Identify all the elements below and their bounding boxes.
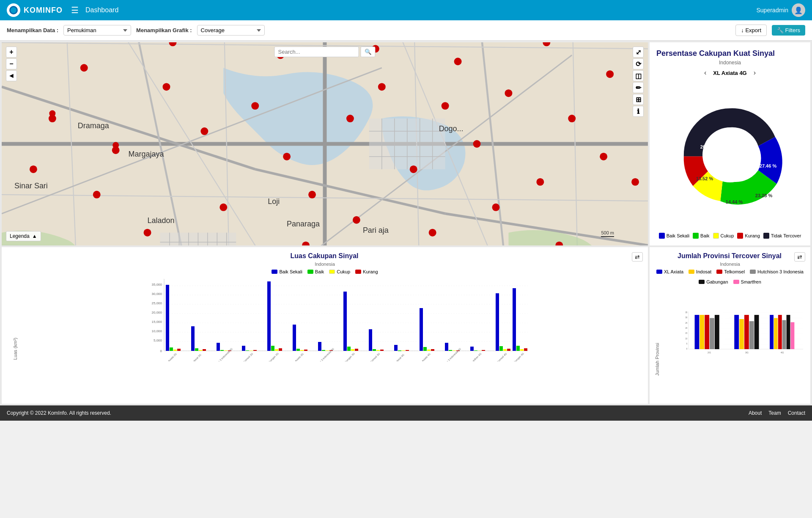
svg-rect-165 bbox=[402, 350, 405, 351]
svg-rect-121 bbox=[177, 349, 181, 351]
svg-rect-140 bbox=[275, 349, 278, 351]
zoom-in-button[interactable]: + bbox=[6, 47, 17, 58]
bottom-left-panel: Luas Cakupan Sinyal ⇄ Indonesia Baik Sek… bbox=[2, 247, 648, 404]
svg-rect-148 bbox=[318, 342, 321, 351]
svg-rect-141 bbox=[279, 348, 282, 351]
graph-filter-label: Menampilkan Grafik : bbox=[136, 27, 192, 33]
svg-text:13.52 %: 13.52 % bbox=[696, 176, 713, 181]
bar-chart-left-legend: Baik Sekali Baik Cukup Kurang bbox=[7, 269, 643, 274]
back-button[interactable]: ◄ bbox=[6, 70, 17, 81]
svg-rect-160 bbox=[376, 350, 380, 351]
svg-rect-189 bbox=[516, 346, 520, 351]
refresh-button[interactable]: ⟳ bbox=[633, 58, 644, 69]
svg-rect-218 bbox=[744, 315, 749, 349]
data-filter-label: Menampilkan Data : bbox=[7, 27, 58, 33]
svg-point-53 bbox=[442, 102, 449, 110]
svg-text:Sinar Sari: Sinar Sari bbox=[14, 182, 48, 190]
svg-rect-145 bbox=[300, 350, 304, 351]
svg-rect-190 bbox=[520, 349, 524, 351]
legend-rect-gabungan bbox=[699, 280, 705, 284]
legend-rect-indosat bbox=[689, 270, 694, 274]
svg-text:Telkomsel 4G: Telkomsel 4G bbox=[495, 352, 508, 361]
legend-toggle-icon: ▲ bbox=[32, 233, 37, 239]
bar-chart-left-export[interactable]: ⇄ bbox=[632, 252, 643, 262]
svg-rect-119 bbox=[170, 347, 173, 351]
graph-filter-select[interactable]: Coverage Signal Strength bbox=[197, 25, 265, 36]
svg-text:XL Axiata 2G: XL Axiata 2G bbox=[165, 353, 177, 361]
legend-text-smartfren: Smartfren bbox=[741, 279, 761, 284]
pie-nav: ‹ XL Axiata 4G › bbox=[656, 69, 804, 77]
map-search-input[interactable] bbox=[274, 47, 359, 57]
layers-button[interactable]: ◫ bbox=[633, 70, 644, 81]
map-search-button[interactable]: 🔍 bbox=[361, 47, 376, 57]
svg-rect-161 bbox=[380, 350, 384, 351]
svg-rect-135 bbox=[250, 351, 253, 351]
svg-rect-150 bbox=[326, 350, 329, 351]
team-link[interactable]: Team bbox=[768, 410, 781, 416]
pie-next-button[interactable]: › bbox=[754, 69, 756, 77]
legend-cukup: Cukup bbox=[713, 233, 734, 239]
fullscreen-button[interactable]: ⤢ bbox=[633, 47, 644, 58]
draw-button[interactable]: ✏ bbox=[633, 82, 644, 93]
footer: Copyright © 2022 KomInfo. All rights res… bbox=[0, 405, 812, 421]
svg-rect-164 bbox=[398, 350, 401, 351]
legend-baik-label: Baik bbox=[700, 233, 709, 238]
svg-text:10,000: 10,000 bbox=[152, 329, 162, 333]
legend-kurang: Kurang bbox=[737, 233, 760, 239]
pie-chart-subtitle: Indonesia bbox=[656, 60, 804, 66]
svg-text:Margajaya: Margajaya bbox=[129, 150, 164, 158]
legend-kurang-dot bbox=[737, 233, 743, 239]
svg-text:Panaraga: Panaraga bbox=[287, 220, 320, 228]
svg-rect-183 bbox=[496, 293, 499, 351]
svg-rect-171 bbox=[431, 349, 434, 351]
svg-text:Hutchison 3 Indonesia 2G: Hutchison 3 Indonesia 2G bbox=[211, 347, 233, 361]
svg-rect-133 bbox=[242, 346, 245, 351]
bottom-right-panel: Jumlah Provinsi Tercover Sinyal ⇄ Indone… bbox=[650, 247, 810, 404]
legend-text-hutchison: Hutchison 3 Indonesia bbox=[757, 269, 804, 274]
about-link[interactable]: About bbox=[749, 410, 762, 416]
svg-rect-216 bbox=[734, 315, 739, 349]
bar-chart-right-export[interactable]: ⇄ bbox=[794, 252, 805, 262]
svg-rect-138 bbox=[267, 281, 271, 351]
svg-rect-123 bbox=[191, 326, 195, 351]
svg-rect-175 bbox=[453, 350, 456, 351]
map-zoom-controls: + − ◄ bbox=[6, 47, 17, 81]
map-legend[interactable]: Legenda ▲ bbox=[6, 231, 41, 241]
filters-button[interactable]: 🔧 Filters bbox=[772, 25, 805, 36]
svg-text:Loji: Loji bbox=[268, 197, 280, 206]
zoom-out-button[interactable]: − bbox=[6, 58, 17, 69]
legend-item-indosat: Indosat bbox=[689, 269, 711, 274]
svg-point-46 bbox=[200, 127, 208, 135]
data-filter-select[interactable]: Pemukiman Semua bbox=[63, 25, 131, 36]
header: KOMINFO ☰ Dashboard Superadmin 👤 bbox=[0, 0, 812, 20]
svg-rect-125 bbox=[199, 350, 202, 351]
legend-rect-baik bbox=[307, 270, 313, 274]
svg-text:30: 30 bbox=[685, 317, 687, 319]
svg-text:Gabungan 4G: Gabungan 4G bbox=[511, 352, 524, 361]
svg-rect-186 bbox=[507, 349, 510, 351]
svg-text:14.44 %: 14.44 % bbox=[726, 199, 743, 204]
svg-text:15,000: 15,000 bbox=[152, 320, 162, 324]
svg-text:Indosat 2G: Indosat 2G bbox=[191, 353, 202, 361]
svg-text:Hutchison 3 Indonesia 4G: Hutchison 3 Indonesia 4G bbox=[439, 347, 461, 361]
svg-text:30,000: 30,000 bbox=[152, 292, 162, 296]
svg-point-56 bbox=[536, 178, 544, 186]
username: Superadmin bbox=[757, 7, 789, 14]
svg-text:27.46 %: 27.46 % bbox=[760, 163, 777, 168]
svg-point-45 bbox=[163, 83, 170, 91]
svg-point-58 bbox=[600, 153, 607, 160]
info-button[interactable]: ℹ bbox=[633, 106, 644, 117]
pie-nav-label: XL Axiata 4G bbox=[713, 70, 746, 76]
legend-kurang-label: Kurang bbox=[745, 233, 760, 238]
contact-link[interactable]: Contact bbox=[788, 410, 805, 416]
svg-point-47 bbox=[251, 102, 259, 110]
svg-rect-163 bbox=[394, 345, 398, 351]
measure-button[interactable]: ⊞ bbox=[633, 94, 644, 105]
legend-text-baik: Baik bbox=[315, 269, 324, 274]
menu-icon[interactable]: ☰ bbox=[71, 5, 79, 15]
svg-point-59 bbox=[93, 191, 101, 198]
pie-prev-button[interactable]: ‹ bbox=[704, 69, 706, 77]
svg-rect-159 bbox=[373, 349, 376, 351]
export-button[interactable]: ↓ Export bbox=[735, 25, 767, 36]
pie-chart-title: Persentase Cakupan Kuat Sinyal bbox=[656, 49, 775, 58]
